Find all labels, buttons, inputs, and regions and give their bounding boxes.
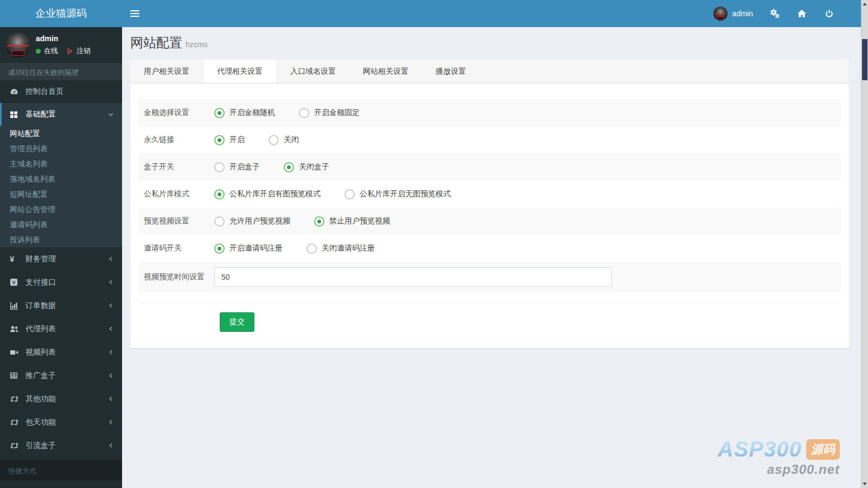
scrollbar-thumb[interactable] xyxy=(862,39,867,80)
sidebar-item-payment[interactable]: V 支付接口 xyxy=(0,271,122,294)
sidebar-item-agent-list[interactable]: 代理列表 xyxy=(0,317,122,341)
sidebar-item-admin-list[interactable]: 管理员列表 xyxy=(0,141,122,156)
top-header: 企业猫源码 admin xyxy=(0,0,868,27)
sidebar-item-short-url-config[interactable]: 短网址配置 xyxy=(0,187,122,202)
watermark-url: asp300.net xyxy=(718,462,840,477)
settings-tabs: 用户相关设置 代理相关设置 入口域名设置 网站相关设置 播放设置 xyxy=(130,60,849,84)
sidebar-item-basic-config[interactable]: 基础配置 xyxy=(0,103,122,126)
arrow-up-icon xyxy=(863,3,867,5)
radio-unchecked-icon[interactable] xyxy=(214,162,225,172)
radio-option[interactable]: 开启盒子 xyxy=(214,162,260,172)
retweet-icon xyxy=(10,395,21,403)
sidebar-item-finance[interactable]: ¥ 财务管理 xyxy=(0,247,122,271)
top-navbar: admin xyxy=(122,0,868,27)
form-row-box-switch: 盒子开关 开启盒子 关闭盒子 xyxy=(138,153,841,181)
form-label: 盒子开关 xyxy=(144,162,214,172)
sidebar-item-label: 视频列表 xyxy=(25,348,108,357)
avatar xyxy=(5,33,30,57)
chevron-left-icon xyxy=(108,326,114,332)
radio-option[interactable]: 允许用户预览视频 xyxy=(214,216,290,227)
radio-unchecked-icon[interactable] xyxy=(307,243,317,254)
scroll-up-button[interactable] xyxy=(861,0,868,8)
form-label: 预览视频设置 xyxy=(144,216,214,226)
form-row-preview-video: 预览视频设置 允许用户预览视频 禁止用户预览视频 xyxy=(138,208,841,235)
sidebar-item-label: 支付接口 xyxy=(25,278,108,287)
vertical-scrollbar[interactable] xyxy=(861,0,868,488)
tab-entry-domain-settings[interactable]: 入口域名设置 xyxy=(277,60,349,83)
radio-option[interactable]: 关闭 xyxy=(269,135,299,145)
sidebar-item-order-data[interactable]: 订单数据 xyxy=(0,294,122,317)
navbar-user-menu[interactable]: admin xyxy=(713,7,753,21)
sidebar-item-video-list[interactable]: 视频列表 xyxy=(0,341,122,364)
scroll-down-button[interactable] xyxy=(861,480,868,488)
sidebar-item-traffic-box[interactable]: 引流盒子 xyxy=(0,434,122,457)
sidebar-item-complaint-list[interactable]: 投诉列表 xyxy=(0,232,122,247)
sidebar-item-daily-package[interactable]: 包天功能 xyxy=(0,410,122,434)
cogs-icon[interactable] xyxy=(769,8,780,19)
logout-link[interactable]: 注销 xyxy=(67,46,91,56)
sidebar-username: admin xyxy=(36,34,91,43)
retweet-icon xyxy=(10,419,21,426)
sidebar-bottom-strip xyxy=(0,480,122,488)
sidebar-section-shortcuts: 快捷方式 xyxy=(0,460,122,480)
chevron-left-icon xyxy=(108,349,114,355)
radio-unchecked-icon[interactable] xyxy=(214,216,225,227)
sidebar-submenu: 网站配置 管理员列表 主域名列表 落地域名列表 短网址配置 网站公告管理 邀请码… xyxy=(0,126,122,247)
table-icon xyxy=(10,371,21,380)
sidebar-item-label: 代理列表 xyxy=(25,324,108,334)
tab-agent-settings[interactable]: 代理相关设置 xyxy=(203,60,277,83)
radio-option[interactable]: 关闭盒子 xyxy=(284,162,329,172)
radio-option[interactable]: 开启金额固定 xyxy=(299,108,360,118)
radio-checked-icon[interactable] xyxy=(214,135,225,145)
sidebar-item-promo-box[interactable]: 推广盒子 xyxy=(0,364,122,387)
sidebar-item-label: 推广盒子 xyxy=(25,371,108,381)
radio-checked-icon[interactable] xyxy=(214,243,225,254)
radio-unchecked-icon[interactable] xyxy=(299,108,309,118)
sidebar-item-label: 引流盒子 xyxy=(25,441,108,451)
sidebar-toggle-button[interactable] xyxy=(122,0,147,27)
radio-unchecked-icon[interactable] xyxy=(269,135,279,145)
radio-option[interactable]: 开启金额随机 xyxy=(214,108,275,118)
radio-checked-icon[interactable] xyxy=(214,189,225,200)
sidebar-motto: 成功往往在失败的隔壁 xyxy=(0,63,122,80)
radio-unchecked-icon[interactable] xyxy=(344,189,355,200)
dashboard-icon xyxy=(10,87,21,96)
radio-option[interactable]: 公私片库开启无图预览模式 xyxy=(344,189,451,200)
form-row-library-mode: 公私片库模式 公私片库开启有图预览模式 公私片库开启无图预览模式 xyxy=(138,181,841,208)
brand-logo[interactable]: 企业猫源码 xyxy=(0,0,122,27)
sidebar-item-main-domain-list[interactable]: 主域名列表 xyxy=(0,156,122,171)
tab-user-settings[interactable]: 用户相关设置 xyxy=(130,60,203,83)
radio-checked-icon[interactable] xyxy=(284,162,294,172)
online-status-icon xyxy=(36,49,41,54)
home-icon[interactable] xyxy=(796,8,807,19)
radio-option[interactable]: 开启邀请码注册 xyxy=(214,243,283,254)
main-content: 网站配置hzcms 用户相关设置 代理相关设置 入口域名设置 网站相关设置 播放… xyxy=(122,27,868,488)
chevron-left-icon xyxy=(108,256,114,262)
power-icon[interactable] xyxy=(824,8,834,19)
watermark-badge: 源码 xyxy=(806,439,840,460)
sidebar-item-dashboard[interactable]: 控制台首页 xyxy=(0,80,122,103)
sidebar-item-site-config[interactable]: 网站配置 xyxy=(0,126,122,141)
users-icon xyxy=(10,325,21,333)
tab-play-settings[interactable]: 播放设置 xyxy=(422,60,480,83)
submit-button[interactable]: 提交 xyxy=(220,312,254,332)
form-label: 邀请码开关 xyxy=(144,243,214,253)
svg-text:V: V xyxy=(12,280,16,285)
radio-checked-icon[interactable] xyxy=(314,216,324,227)
sidebar-item-label: 包天功能 xyxy=(25,418,108,427)
sidebar-item-announcement[interactable]: 网站公告管理 xyxy=(0,202,122,217)
radio-option[interactable]: 禁止用户预览视频 xyxy=(314,216,390,227)
content-header: 网站配置hzcms xyxy=(122,27,868,57)
sidebar-item-other-functions[interactable]: 其他功能 xyxy=(0,387,122,410)
preview-time-input[interactable] xyxy=(214,267,612,287)
radio-option[interactable]: 开启 xyxy=(214,135,245,145)
radio-option[interactable]: 公私片库开启有图预览模式 xyxy=(214,189,321,200)
sidebar-item-label: 财务管理 xyxy=(25,254,108,264)
sidebar-item-invite-code-list[interactable]: 邀请码列表 xyxy=(0,217,122,232)
sidebar-item-landing-domain-list[interactable]: 落地域名列表 xyxy=(0,171,122,187)
tab-site-settings[interactable]: 网站相关设置 xyxy=(349,60,422,83)
radio-checked-icon[interactable] xyxy=(214,108,225,118)
chevron-left-icon xyxy=(108,442,114,448)
yen-icon: ¥ xyxy=(10,255,21,263)
radio-option[interactable]: 关闭邀请码注册 xyxy=(307,243,375,254)
